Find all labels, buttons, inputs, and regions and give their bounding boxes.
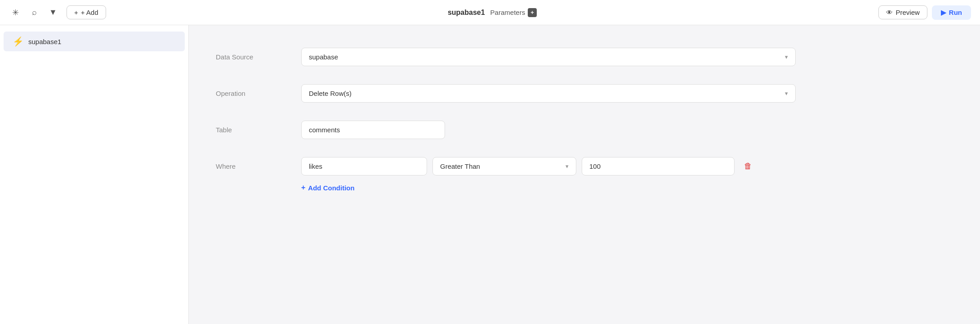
data-source-row: Data Source supabase ▾ — [216, 48, 953, 66]
where-conditions: Greater Than ▾ 🗑 + Add Condition — [301, 157, 796, 194]
operation-value: Delete Row(s) — [309, 90, 352, 97]
add-icon: + — [74, 9, 78, 16]
nav-title: supabase1 — [448, 9, 485, 17]
top-nav: ✳ ⌕ ▼ + + Add supabase1 Parameters + 👁 P… — [0, 0, 980, 25]
nav-right: 👁 Preview ▶ Run — [878, 5, 971, 20]
data-source-value: supabase — [309, 53, 338, 61]
sidebar-item-label: supabase1 — [28, 38, 61, 45]
table-row: Table — [216, 121, 953, 139]
add-button[interactable]: + + Add — [67, 5, 106, 19]
condition-row: Greater Than ▾ 🗑 — [301, 157, 796, 176]
add-condition-label: Add Condition — [308, 184, 354, 192]
lightning-icon: ⚡ — [13, 36, 24, 47]
parameters-label: Parameters — [490, 9, 526, 16]
filter-icon[interactable]: ▼ — [47, 6, 59, 19]
add-label: + Add — [81, 9, 98, 16]
table-input[interactable] — [301, 121, 445, 139]
preview-label: Preview — [895, 9, 919, 16]
plus-icon: + — [301, 184, 305, 192]
data-source-label: Data Source — [216, 48, 288, 61]
condition-value-input[interactable] — [582, 157, 735, 176]
condition-operator-value: Greater Than — [440, 162, 480, 170]
trash-icon: 🗑 — [744, 162, 752, 171]
add-condition-button[interactable]: + Add Condition — [301, 182, 796, 194]
main-layout: ⚡ supabase1 Data Source supabase ▾ Opera… — [0, 25, 980, 324]
sidebar: ⚡ supabase1 — [0, 25, 189, 324]
chevron-down-icon: ▾ — [785, 54, 788, 60]
sidebar-item-supabase1[interactable]: ⚡ supabase1 — [4, 32, 185, 51]
search-icon[interactable]: ⌕ — [28, 6, 40, 19]
nav-icon-group: ✳ ⌕ ▼ — [9, 6, 59, 19]
run-button[interactable]: ▶ Run — [932, 5, 971, 20]
where-control: Greater Than ▾ 🗑 + Add Condition — [301, 157, 796, 194]
table-label: Table — [216, 121, 288, 134]
data-source-control: supabase ▾ — [301, 48, 796, 66]
operation-row: Operation Delete Row(s) ▾ — [216, 84, 953, 103]
play-icon: ▶ — [941, 9, 946, 17]
nav-center: supabase1 Parameters + — [113, 8, 872, 17]
chevron-down-icon: ▾ — [566, 163, 569, 170]
operation-control: Delete Row(s) ▾ — [301, 84, 796, 103]
data-source-select[interactable]: supabase ▾ — [301, 48, 796, 66]
delete-condition-button[interactable]: 🗑 — [740, 158, 756, 175]
condition-field-input[interactable] — [301, 157, 427, 176]
eye-icon: 👁 — [886, 9, 893, 16]
form-area: Data Source supabase ▾ Operation Delete … — [189, 25, 980, 324]
run-label: Run — [949, 9, 962, 16]
parameters-plus-icon: + — [528, 8, 537, 17]
where-label: Where — [216, 157, 288, 170]
chevron-down-icon: ▾ — [785, 90, 788, 97]
pin-icon[interactable]: ✳ — [9, 6, 22, 19]
parameters-button[interactable]: Parameters + — [490, 8, 537, 17]
table-control — [301, 121, 796, 139]
condition-operator-select[interactable]: Greater Than ▾ — [432, 157, 576, 176]
operation-select[interactable]: Delete Row(s) ▾ — [301, 84, 796, 103]
where-row: Where Greater Than ▾ 🗑 — [216, 157, 953, 194]
preview-button[interactable]: 👁 Preview — [878, 5, 927, 19]
operation-label: Operation — [216, 84, 288, 97]
